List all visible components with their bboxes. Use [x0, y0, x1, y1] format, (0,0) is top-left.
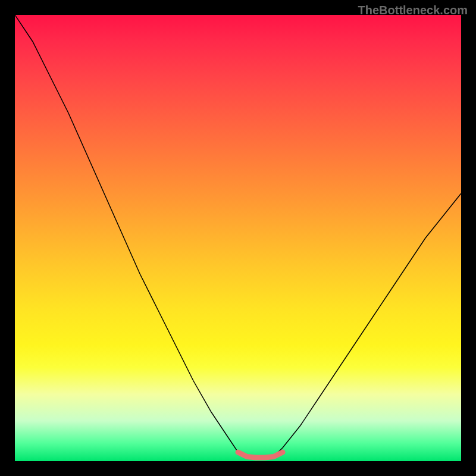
- watermark-text: TheBottleneck.com: [358, 4, 468, 17]
- bottleneck-curve-path: [15, 15, 461, 459]
- flat-highlight-path: [238, 452, 283, 458]
- chart-svg: [15, 15, 461, 461]
- chart-plot-area: [15, 15, 461, 461]
